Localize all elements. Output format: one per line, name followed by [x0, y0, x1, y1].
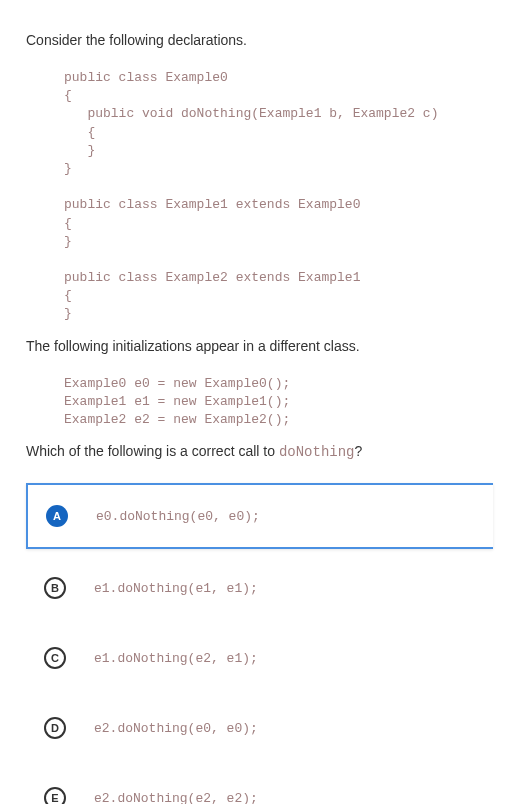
answer-list: A e0.doNothing(e0, e0); B e1.doNothing(e…: [26, 483, 493, 804]
option-letter-d: D: [44, 717, 66, 739]
option-code-c: e1.doNothing(e2, e1);: [94, 651, 258, 666]
answer-option-a[interactable]: A e0.doNothing(e0, e0);: [26, 483, 493, 549]
prompt-prefix: Which of the following is a correct call…: [26, 443, 279, 459]
option-code-b: e1.doNothing(e1, e1);: [94, 581, 258, 596]
question-intro: Consider the following declarations.: [26, 30, 493, 51]
answer-option-b[interactable]: B e1.doNothing(e1, e1);: [26, 557, 493, 619]
option-code-d: e2.doNothing(e0, e0);: [94, 721, 258, 736]
prompt-suffix: ?: [355, 443, 363, 459]
answer-option-c[interactable]: C e1.doNothing(e2, e1);: [26, 627, 493, 689]
answer-option-d[interactable]: D e2.doNothing(e0, e0);: [26, 697, 493, 759]
answer-option-e[interactable]: E e2.doNothing(e2, e2);: [26, 767, 493, 804]
option-letter-e: E: [44, 787, 66, 804]
question-prompt: Which of the following is a correct call…: [26, 441, 493, 463]
code-block-initializations: Example0 e0 = new Example0(); Example1 e…: [64, 375, 493, 430]
code-block-declarations: public class Example0 { public void doNo…: [64, 69, 493, 324]
option-letter-a: A: [46, 505, 68, 527]
option-code-e: e2.doNothing(e2, e2);: [94, 791, 258, 804]
question-mid: The following initializations appear in …: [26, 336, 493, 357]
option-letter-b: B: [44, 577, 66, 599]
option-letter-c: C: [44, 647, 66, 669]
prompt-code: doNothing: [279, 444, 355, 460]
option-code-a: e0.doNothing(e0, e0);: [96, 509, 260, 524]
